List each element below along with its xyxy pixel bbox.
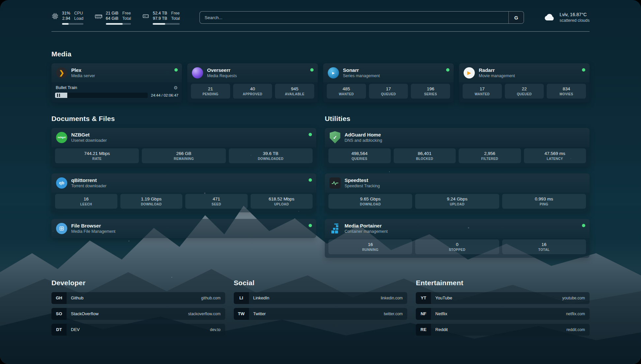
now-playing-title: Bullet Train (56, 85, 77, 90)
stat-queued: 22 QUEUED (505, 84, 544, 99)
card-header: ✓ AdGuard Home DNS and adblocking (325, 128, 590, 147)
status-dot (582, 224, 585, 227)
stat-wanted: 485 WANTED (327, 84, 366, 99)
card-header: Media Portainer Container management (325, 219, 590, 238)
service-name: Speedtest (345, 177, 380, 184)
card-adguard[interactable]: ✓ AdGuard Home DNS and adblocking 498,56… (325, 128, 590, 167)
service-name: Overseerr (207, 67, 237, 74)
card-speedtest[interactable]: Speedtest Speedtest Tracking 9.65 Gbps D… (325, 173, 590, 212)
card-header: Speedtest Speedtest Tracking (325, 173, 590, 193)
playback-progress-bar[interactable] (55, 93, 148, 98)
cpu-widget: 31% 2.94 CPU Load (51, 11, 83, 25)
card-filebrowser[interactable]: File Browser Media File Management (51, 219, 316, 238)
card-portainer[interactable]: Media Portainer Container management 16 … (325, 219, 590, 258)
bookmark-reddit[interactable]: RE Reddit reddit.com (416, 324, 590, 336)
google-search-button[interactable]: G (508, 12, 524, 23)
memory-icon (95, 13, 103, 20)
card-header: File Browser Media File Management (51, 219, 316, 238)
service-name: Plex (71, 67, 95, 74)
ram-label-1: Free (122, 11, 131, 16)
stat-leech: 16 LEECH (55, 194, 117, 209)
portainer-icon (329, 223, 341, 234)
stat-blocked: 86,401 BLOCKED (394, 148, 456, 163)
stat-approved: 40 APPROVED (233, 84, 272, 99)
plex-icon: ❯ (56, 67, 68, 79)
service-name: Media Portainer (345, 223, 388, 229)
weather-location: Lviv, 16.87°C (560, 12, 590, 18)
ram-progress-track (106, 23, 131, 25)
radarr-icon: ▶ (463, 67, 475, 79)
card-qbittorrent[interactable]: qb qBittorrent Torrent downloader 16 (51, 173, 316, 212)
stat-ping: 0.993 ms PING (502, 194, 586, 209)
stat-running: 16 RUNNING (328, 239, 412, 254)
pause-icon[interactable] (57, 94, 60, 97)
bookmark-abbr: SO (51, 308, 67, 320)
filebrowser-icon (56, 223, 68, 234)
topbar-divider (51, 31, 590, 32)
bookmark-stackoverflow[interactable]: SO StackOverflow stackoverflow.com (51, 308, 225, 320)
bookmark-url: stackoverflow.com (188, 312, 225, 316)
bookmark-abbr: GH (51, 292, 67, 304)
gear-icon[interactable]: ⚙ (173, 85, 178, 90)
bookmark-name: Github (67, 295, 83, 300)
qbittorrent-icon: qb (56, 177, 68, 189)
service-desc: Media Requests (207, 73, 237, 78)
cpu-percent: 31% (62, 11, 70, 16)
weather-widget: Lviv, 16.87°C scattered clouds (544, 12, 590, 23)
cloud-icon (544, 13, 556, 22)
bookmark-name: DEV (67, 327, 80, 332)
bookmark-name: StackOverflow (67, 311, 99, 316)
status-dot (310, 68, 314, 72)
bookmark-netflix[interactable]: NF Netflix netflix.com (416, 308, 590, 320)
status-dot (309, 224, 312, 227)
stat-series: 196 SERIES (411, 84, 450, 99)
sonarr-icon: ▸ (327, 67, 339, 79)
disk-progress-fill (153, 23, 165, 25)
bookmark-dev[interactable]: DT DEV dev.to (51, 324, 225, 336)
bookmark-github[interactable]: GH Github github.com (51, 292, 225, 304)
card-sonarr[interactable]: ▸ Sonarr Series management 485 WANTED (323, 63, 454, 102)
bookmark-url: linkedin.com (381, 296, 408, 300)
service-name: Radarr (479, 67, 515, 74)
service-desc: Speedtest Tracking (345, 183, 380, 189)
card-plex[interactable]: ❯ Plex Media server Bullet Train ⚙ (51, 63, 182, 102)
service-name: File Browser (71, 223, 115, 229)
card-radarr[interactable]: ▶ Radarr Movie management 17 WANTED (459, 63, 590, 102)
documents-column: Documents & Files nzbget NZBGet Usenet d… (51, 115, 316, 258)
stat-total: 16 TOTAL (502, 239, 586, 254)
stat-latency: 47.569 ms LATENCY (524, 148, 586, 163)
service-desc: Torrent downloader (71, 183, 107, 189)
top-bar: 31% 2.94 CPU Load (51, 11, 590, 25)
bookmark-group-social: Social LI LinkedIn linkedin.com TW Twitt… (234, 279, 408, 336)
stat-download: 9.65 Gbps DOWNLOAD (328, 194, 412, 209)
bookmark-youtube[interactable]: YT YouTube youtube.com (416, 292, 590, 304)
bookmark-url: reddit.com (566, 327, 590, 332)
bookmark-twitter[interactable]: TW Twitter twitter.com (234, 308, 408, 320)
card-nzbget[interactable]: nzbget NZBGet Usenet downloader 744.21 M… (51, 128, 316, 167)
bookmark-group-developer: Developer GH Github github.com SO StackO… (51, 279, 225, 336)
service-name: NZBGet (71, 132, 107, 138)
bookmark-name: Netflix (431, 311, 447, 316)
stat-upload: 9.24 Gbps UPLOAD (415, 194, 499, 209)
bookmark-linkedin[interactable]: LI LinkedIn linkedin.com (234, 292, 408, 304)
disk-widget: 52.4 TB 97.9 TB Free Total (142, 11, 180, 25)
section-title-social: Social (234, 279, 408, 287)
stat-downloaded: 39.6 TB DOWNLOADED (229, 148, 313, 163)
nzbget-icon: nzbget (56, 132, 68, 143)
service-desc: Movie management (479, 73, 515, 78)
bookmark-abbr: LI (234, 292, 249, 304)
ram-progress-fill (106, 23, 123, 25)
service-name: qBittorrent (71, 177, 107, 184)
stat-pending: 21 PENDING (191, 84, 230, 99)
adguard-icon: ✓ (329, 132, 341, 143)
cpu-progress-track (62, 23, 83, 25)
card-overseerr[interactable]: Overseerr Media Requests 21 PENDING 40 A… (187, 63, 318, 102)
disk-icon (142, 13, 149, 20)
ram-free: 21 GiB (106, 11, 118, 16)
disk-label-2: Total (171, 16, 180, 21)
stat-queries: 498,564 QUERIES (328, 148, 391, 163)
search-input[interactable] (200, 12, 508, 23)
media-grid: ❯ Plex Media server Bullet Train ⚙ (51, 63, 590, 102)
status-dot (174, 68, 178, 72)
card-header: qb qBittorrent Torrent downloader (51, 173, 316, 193)
